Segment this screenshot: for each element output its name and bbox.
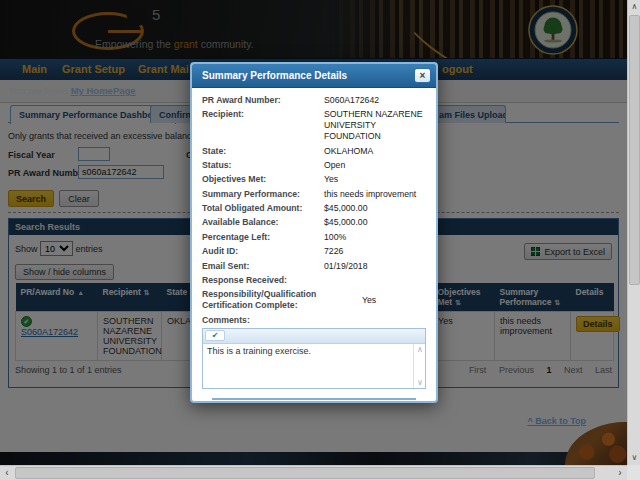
field-value: 100% (324, 232, 426, 243)
vertical-scroll-thumb[interactable] (629, 15, 640, 285)
field-value: 01/19/2018 (324, 261, 426, 272)
field-value: $45,000.00 (324, 217, 426, 228)
field-value: Yes (324, 174, 426, 185)
scroll-up-icon[interactable]: ∧ (414, 345, 426, 354)
field-label: State: (202, 146, 324, 157)
field-label: Email Sent: (202, 261, 324, 272)
vertical-scrollbar[interactable]: ∧ ∨ (627, 0, 640, 465)
field-label: Recipient: (202, 109, 324, 142)
dialog-actions: Save Cancel (202, 400, 426, 404)
spellcheck-icon[interactable]: ✔ (205, 330, 225, 341)
horizontal-scrollbar[interactable]: ‹ › (0, 465, 627, 480)
field-label: Responsibility/Qualification Certificati… (202, 289, 362, 311)
g5-application-window: 5 Empowering the grant community. Main G… (0, 0, 640, 480)
field-label: PR Award Number: (202, 95, 324, 106)
field-value: Open (324, 160, 426, 171)
dialog-title: Summary Performance Details (202, 70, 347, 81)
field-label: Available Balance: (202, 217, 324, 228)
field-value: $45,000.00 (324, 203, 426, 214)
textarea-scrollbar[interactable]: ∧ ∨ (413, 344, 425, 388)
scroll-down-icon[interactable]: ∨ (414, 378, 426, 387)
editor-toolbar: ✔ (203, 329, 425, 344)
field-label: Status: (202, 160, 324, 171)
field-value: SOUTHERN NAZARENE UNIVERSITY FOUNDATION (324, 109, 426, 142)
scroll-right-icon[interactable]: › (613, 466, 627, 480)
field-label: Response Received: (202, 275, 324, 286)
scroll-up-icon[interactable]: ∧ (628, 0, 640, 14)
close-icon[interactable]: × (414, 68, 431, 83)
field-value: this needs improvement (324, 189, 426, 200)
field-value: 7226 (324, 246, 426, 257)
comments-editor: ✔ This is a training exercise. ∧ ∨ (202, 328, 426, 389)
field-label: Objectives Met: (202, 174, 324, 185)
field-value (324, 275, 426, 286)
dialog-body: PR Award Number:S060A172642 Recipient:SO… (192, 88, 436, 403)
summary-performance-details-dialog: Summary Performance Details × PR Award N… (190, 62, 438, 403)
field-label: Audit ID: (202, 246, 324, 257)
comments-label: Comments: (202, 315, 426, 325)
field-label: Percentage Left: (202, 232, 324, 243)
field-value: OKLAHOMA (324, 146, 426, 157)
horizontal-scroll-thumb[interactable] (15, 467, 595, 479)
scroll-left-icon[interactable]: ‹ (0, 466, 14, 480)
field-value: Yes (362, 295, 426, 306)
field-label: Summary Performance: (202, 189, 324, 200)
comments-textarea[interactable]: This is a training exercise. (203, 344, 425, 388)
scroll-down-icon[interactable]: ∨ (628, 451, 640, 465)
scrollbar-corner (627, 465, 640, 480)
field-value: S060A172642 (324, 95, 426, 106)
dialog-titlebar[interactable]: Summary Performance Details × (192, 64, 436, 88)
field-label: Total Obligated Amount: (202, 203, 324, 214)
